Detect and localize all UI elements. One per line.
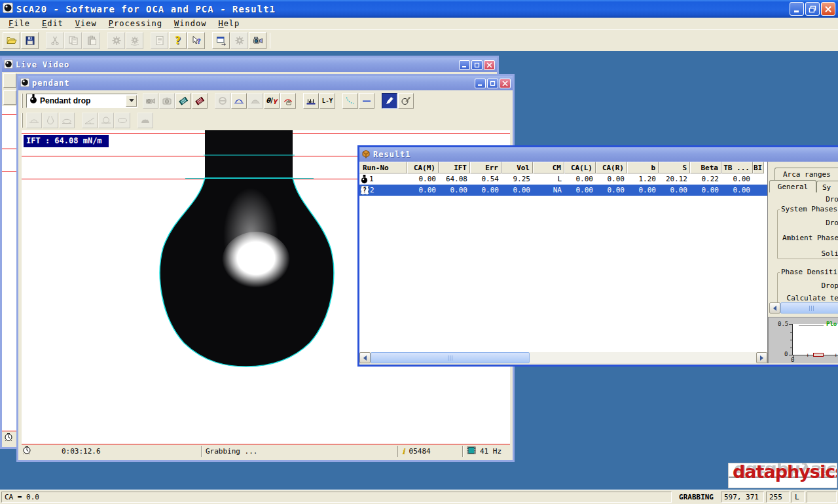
column-header-s[interactable]: S (659, 162, 690, 173)
column-header-vol[interactable]: Vol (501, 162, 533, 173)
scroll-left-button[interactable] (359, 352, 371, 363)
scroll-right-button[interactable] (756, 352, 767, 363)
panel-hscrollbar[interactable] (769, 302, 838, 314)
column-header-beta[interactable]: Beta (690, 162, 721, 173)
toolbar-button-fragment[interactable] (3, 90, 16, 105)
result-cell: 1.20 (627, 173, 659, 185)
help-button[interactable]: ? (169, 32, 187, 49)
tab-system[interactable]: Sy (816, 181, 838, 192)
live-video-title-bar[interactable]: Live Video (2, 58, 497, 72)
label-drop-clipped: Dro (826, 219, 838, 227)
open-file-button[interactable] (3, 32, 20, 49)
scroll-thumb[interactable] (371, 352, 530, 363)
live-video-title: Live Video (16, 60, 69, 69)
video-device-button[interactable] (249, 32, 266, 49)
menu-window[interactable]: Window (168, 18, 212, 29)
result-cell: 0.00 (596, 173, 627, 185)
tab-general[interactable]: General (769, 180, 816, 192)
pendant-minimize-button[interactable] (475, 79, 486, 88)
film-strip-red-button[interactable] (192, 93, 208, 109)
menu-file[interactable]: File (3, 18, 36, 29)
drop-base-button (215, 93, 230, 109)
baseline-ruler-button[interactable] (303, 93, 319, 109)
dropdown-arrow-icon[interactable] (126, 95, 137, 107)
baseline-button[interactable] (359, 93, 374, 109)
pendant-drop-icon (361, 175, 368, 184)
column-header-cm[interactable]: CM (533, 162, 564, 173)
pendant-shape-toolbar (18, 111, 513, 130)
result-cell: 0.22 (690, 173, 721, 185)
result-cell: 0.00 (439, 185, 470, 196)
toolbar-separator (208, 93, 215, 109)
result-table: Run-NoCA(M)IFTErrVolCMCA(L)CA(R)bSBetaTB… (359, 162, 768, 363)
result-window[interactable]: Result1 Run-NoCA(M)IFTErrVolCMCA(L)CA(R)… (357, 145, 838, 367)
profile-curve-button[interactable] (342, 93, 358, 109)
result-cell: 64.08 (439, 173, 470, 185)
live-video-restore-button[interactable] (471, 60, 483, 70)
result-table-empty-area (359, 196, 767, 352)
pendant-restore-button[interactable] (487, 79, 498, 88)
toolbar-grip[interactable] (21, 113, 23, 128)
transfer-window-button[interactable] (212, 32, 230, 49)
clock-icon (22, 446, 31, 457)
column-header-ca-m-[interactable]: CA(M) (407, 162, 439, 173)
status-message-cell: Grabbing ... (202, 446, 397, 457)
menu-processing[interactable]: Processing (103, 18, 168, 29)
result-title: Result1 (373, 150, 411, 159)
toolbar-button-fragment[interactable] (3, 73, 16, 88)
column-header-err[interactable]: Err (470, 162, 501, 173)
table-row-1[interactable]: 10.0064.080.549.25L0.000.001.2020.120.22… (359, 173, 767, 185)
scroll-left-button[interactable] (769, 302, 780, 314)
pendant-title-bar[interactable]: pendant (18, 76, 513, 90)
column-header-ca-r-[interactable]: CA(R) (596, 162, 627, 173)
table-row-2[interactable]: ?20.000.000.000.00NA0.000.000.000.000.00… (359, 185, 767, 196)
mini-plot: 0.5 0 0 Plo + + (768, 317, 838, 363)
column-header-run-no[interactable]: Run-No (359, 162, 407, 173)
live-video-close-button[interactable] (484, 60, 495, 70)
scroll-thumb[interactable] (780, 302, 838, 314)
laplace-young-button[interactable]: L-Y (319, 93, 335, 109)
close-button[interactable] (821, 2, 835, 16)
dataphysics-logo: dataphysics dataphysics (728, 463, 837, 488)
result-hscrollbar[interactable] (359, 352, 767, 363)
circle-shape-button (98, 113, 114, 128)
column-header-ca-l-[interactable]: CA(L) (564, 162, 596, 173)
pendant-close-button[interactable] (500, 79, 511, 88)
context-help-button[interactable]: ? (187, 32, 205, 49)
magnify-edit-button[interactable] (382, 93, 397, 109)
menu-help[interactable]: Help (212, 18, 246, 29)
result-cell: 20.12 (659, 173, 690, 185)
live-video-minimize-button[interactable] (459, 60, 470, 70)
menu-view[interactable]: View (69, 18, 103, 29)
column-header-tb-[interactable]: TB ... (721, 162, 753, 173)
video-camera-button (143, 93, 158, 109)
status-mode: GRABBING (674, 493, 719, 501)
menu-bar: FileEditViewProcessingWindowHelp (0, 18, 838, 29)
window-title: SCA20 - Software for OCA and PCA - Resul… (16, 4, 276, 14)
theta-gamma-button[interactable]: θ/γ (264, 93, 280, 109)
result-settings-panel: Arca ranges Sy General Dro System Phases… (768, 162, 838, 363)
film-strip-teal-button[interactable] (175, 93, 191, 109)
pendant-drop-icon (29, 94, 37, 107)
hand-measure-button[interactable] (280, 93, 296, 109)
result-title-bar[interactable]: Result1 (359, 147, 838, 162)
run-no-cell: ?2 (359, 185, 407, 196)
tab-area-ranges[interactable]: Arca ranges (774, 168, 838, 181)
restore-button[interactable] (805, 2, 820, 16)
column-header-b[interactable]: b (627, 162, 659, 173)
column-header-ift[interactable]: IFT (439, 162, 470, 173)
captive-shape-button (137, 113, 153, 128)
sessile-arc-button[interactable] (231, 93, 247, 109)
save-file-button[interactable] (21, 32, 39, 49)
paste-button (82, 32, 100, 49)
circle-edit-button[interactable] (398, 93, 414, 109)
y-axis-minor-tick (790, 348, 792, 348)
toolbar-grip[interactable] (21, 94, 23, 108)
report-button (151, 32, 168, 49)
menu-edit[interactable]: Edit (36, 18, 69, 29)
minimize-button[interactable] (790, 2, 804, 16)
y-axis-minor-tick (790, 340, 792, 340)
captive-arc-button (247, 93, 263, 109)
column-header-bi[interactable]: BI (753, 162, 764, 173)
method-selector[interactable]: Pendant drop (26, 94, 137, 108)
